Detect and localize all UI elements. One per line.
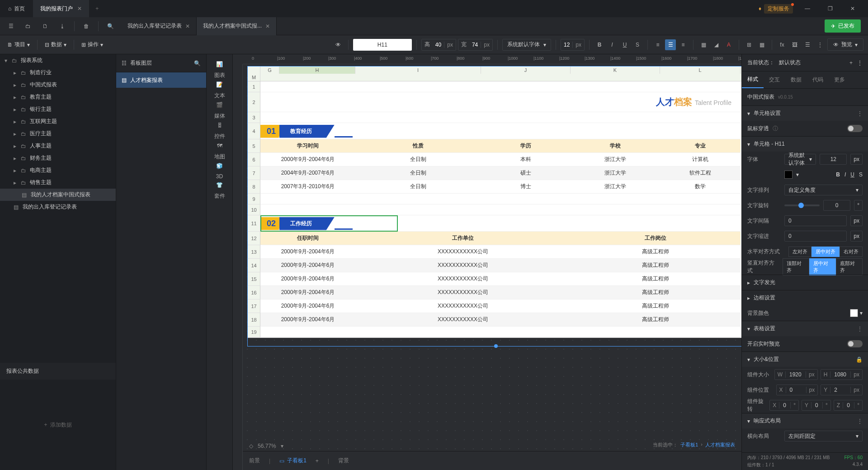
fontsize-input[interactable]: 12px <box>561 39 585 51</box>
folder-icon[interactable]: 🗀 <box>21 19 35 33</box>
rz-input[interactable]: Z0° <box>834 400 863 411</box>
y-input[interactable]: Y2px <box>821 385 863 395</box>
seg-left[interactable]: 左对齐 <box>788 247 811 257</box>
rail-套件[interactable]: 👕套件 <box>214 180 225 200</box>
fill-icon[interactable]: ◢ <box>711 39 722 50</box>
rail-地图[interactable]: 🗺地图 <box>214 140 225 161</box>
tree-root[interactable]: ▾🗀报表系统 <box>0 54 116 66</box>
work-row[interactable]: 2000年9月-2004年6月XXXXXXXXXXX公司高级工程师 <box>260 299 741 313</box>
download-icon[interactable]: ⭳ <box>55 19 70 33</box>
zoom-display[interactable]: ◇56.77%▾ <box>249 443 283 449</box>
fontsize-input[interactable]: 12 <box>820 154 847 165</box>
chevron-down-icon[interactable]: ▾ <box>860 310 863 316</box>
publish-button[interactable]: ✈ 已发布 <box>825 19 861 33</box>
acc-responsive[interactable]: ▾响应式布局⋮ <box>742 413 868 428</box>
acc-cell-settings[interactable]: ▾单元格设置⋮ <box>742 105 868 121</box>
rail-控件[interactable]: 🎛控件 <box>214 120 225 140</box>
acc-size-pos[interactable]: ▾大小&位置🔒 <box>742 351 868 367</box>
info-icon[interactable]: ⓘ <box>773 125 778 133</box>
underline-button[interactable]: U <box>619 39 630 50</box>
work-row[interactable]: 2000年9月-2004年6月XXXXXXXXXXX公司高级工程师 <box>260 259 741 272</box>
more-icon[interactable]: ⋮ <box>857 110 863 117</box>
tab-add[interactable]: + <box>89 5 105 12</box>
color-swatch[interactable] <box>784 171 793 179</box>
strike-button[interactable]: S <box>632 39 643 50</box>
tab-add[interactable]: + <box>316 458 319 464</box>
work-row[interactable]: 2000年9月-2004年6月XXXXXXXXXXX公司高级工程师 <box>260 313 741 326</box>
edu-row[interactable]: 2004年9月-2007年6月全日制硕士浙江大学软件工程 <box>260 166 741 180</box>
close-icon[interactable]: ✕ <box>77 5 82 12</box>
width-input[interactable]: 宽74px <box>458 39 493 51</box>
color-swatch[interactable] <box>850 309 858 317</box>
tree-item[interactable]: ▸🗀制造行业 <box>0 66 116 79</box>
rail-文本[interactable]: 📝文本 <box>214 79 225 100</box>
visibility-icon[interactable]: 👁 <box>333 40 344 50</box>
tree-item[interactable]: ▸🗀银行主题 <box>0 103 116 115</box>
more-icon[interactable]: ⋮ <box>857 326 863 332</box>
tab-portal[interactable]: 我的报表门户 ✕ <box>33 0 89 17</box>
seg-right[interactable]: 右对齐 <box>840 247 863 257</box>
plus-icon[interactable]: + <box>849 60 853 66</box>
image-icon[interactable]: 🖼 <box>789 39 800 50</box>
more-icon[interactable]: ⋮ <box>815 39 826 50</box>
underline-button[interactable]: U <box>850 171 854 178</box>
border-icon[interactable]: ▦ <box>698 39 709 50</box>
bold-button[interactable]: B <box>594 39 605 50</box>
italic-button[interactable]: I <box>844 171 846 178</box>
trash-icon[interactable]: 🗑 <box>79 19 94 33</box>
add-data-button[interactable]: +添加数据 <box>0 380 116 470</box>
tab-more[interactable]: 更多 <box>829 71 850 88</box>
toggle[interactable] <box>847 340 863 347</box>
h-input[interactable]: H1080px <box>821 369 863 380</box>
height-input[interactable]: 高40px <box>421 39 456 51</box>
more-icon[interactable]: ⋮ <box>857 418 863 424</box>
tab-style[interactable]: 样式 <box>742 71 764 88</box>
tree-item[interactable]: ▸🗀财务主题 <box>0 152 116 164</box>
more-icon[interactable]: ⋮ <box>857 60 863 66</box>
tree-item[interactable]: ▸🗀医疗主题 <box>0 128 116 140</box>
design-area[interactable]: GHIJKLM 12人才档案Talent Profile3401教育经历5学习时… <box>243 64 741 470</box>
slider[interactable] <box>784 204 820 206</box>
lock-icon[interactable]: 🔒 <box>856 356 863 363</box>
indent-input[interactable]: 0 <box>784 231 847 242</box>
text-color-icon[interactable]: A <box>723 39 734 50</box>
acc-table-settings[interactable]: ▾表格设置⋮ <box>742 321 868 336</box>
seg-center[interactable]: 居中对齐 <box>811 247 840 257</box>
toggle[interactable] <box>847 125 863 132</box>
strike-button[interactable]: S <box>859 171 863 178</box>
rx-input[interactable]: X0° <box>769 400 799 411</box>
premium[interactable]: ♦ 定制服务 <box>759 4 793 14</box>
menu-icon[interactable]: ☰ <box>4 19 18 33</box>
tab-back[interactable]: 背景 <box>338 457 349 465</box>
project-menu[interactable]: 🗎项目▾ <box>5 39 33 50</box>
tree-other[interactable]: ▤我的出入库登记记录表 <box>0 201 116 213</box>
preview-button[interactable]: 👁预览▾ <box>827 38 863 51</box>
font-select[interactable]: 系统默认字体▾ <box>502 39 551 51</box>
layer-item[interactable]: ▤ 人才档案报表 <box>116 72 206 88</box>
ry-input[interactable]: Y0° <box>802 400 831 411</box>
data-menu[interactable]: ⊟数据▾ <box>42 39 69 50</box>
rotate-input[interactable]: 0 <box>823 200 850 211</box>
merge-icon[interactable]: ⊞ <box>744 39 755 50</box>
edu-row[interactable]: 2007年3月-2010年6月全日制博士浙江大学数学 <box>260 180 741 193</box>
tree-selected[interactable]: ▤我的人才档案中国式报表 <box>0 189 116 201</box>
spacing-input[interactable]: 0 <box>784 215 847 226</box>
align-left-icon[interactable]: ≡ <box>652 39 663 50</box>
w-input[interactable]: W1920px <box>774 369 818 380</box>
work-row[interactable]: 2000年9月-2004年6月XXXXXXXXXXX公司高级工程师 <box>260 272 741 285</box>
italic-button[interactable]: I <box>607 39 618 50</box>
seg-bottom[interactable]: 底部对齐 <box>836 258 863 275</box>
search-icon[interactable]: 🔍 <box>103 19 118 33</box>
acc-cell-h11[interactable]: ▾单元格 - H11 <box>742 136 868 152</box>
spreadsheet[interactable]: GHIJKLM 12人才档案Talent Profile3401教育经历5学习时… <box>247 66 741 338</box>
public-data-header[interactable]: 报表公共数据 <box>0 363 116 380</box>
bold-button[interactable]: B <box>836 171 840 178</box>
close-icon[interactable]: ✕ <box>265 23 270 29</box>
align-right-icon[interactable]: ≡ <box>678 39 689 50</box>
prop-glow[interactable]: ▸文字发光 <box>742 275 868 290</box>
seg-middle[interactable]: 居中对齐 <box>809 258 836 275</box>
close-icon[interactable]: ✕ <box>185 23 190 29</box>
seg-top[interactable]: 顶部对齐 <box>783 258 809 275</box>
rail-3D[interactable]: 🧊3D <box>214 161 225 180</box>
tree-item[interactable]: ▸🗀中国式报表 <box>0 79 116 91</box>
